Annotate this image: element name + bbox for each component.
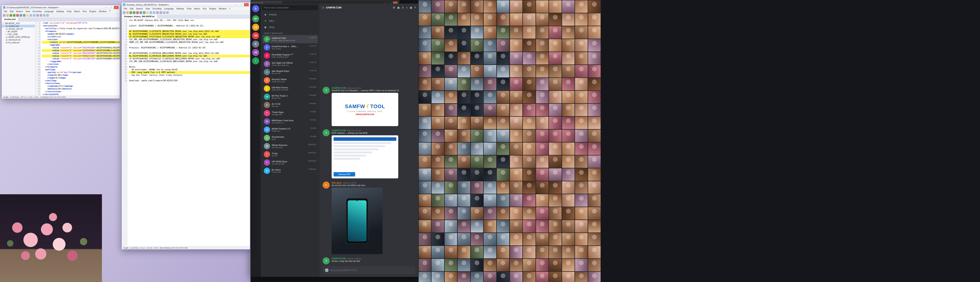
tree-item-version-old-xml[interactable]: ▤version_old.xml xyxy=(2,27,35,30)
photo-thumbnail[interactable] xyxy=(588,207,601,220)
dm-item[interactable]: TTrungok anh19/08/2023 xyxy=(262,150,318,158)
cut-icon[interactable] xyxy=(20,14,22,17)
photo-thumbnail[interactable] xyxy=(458,13,470,26)
tree-item-a525f-eur-open-pit[interactable]: ▤A525F_EUR_OPEN.pit xyxy=(2,36,35,38)
photo-thumbnail[interactable] xyxy=(431,181,444,194)
photo-thumbnail[interactable] xyxy=(497,259,509,271)
photo-thumbnail[interactable] xyxy=(588,143,601,155)
photo-thumbnail[interactable] xyxy=(471,65,483,78)
photo-thumbnail[interactable] xyxy=(431,65,444,78)
photo-thumbnail[interactable] xyxy=(484,65,496,78)
photo-thumbnail[interactable] xyxy=(510,117,522,129)
find-icon[interactable] xyxy=(36,14,39,17)
photo-thumbnail[interactable] xyxy=(562,143,574,155)
photo-thumbnail[interactable] xyxy=(431,220,444,233)
photo-thumbnail[interactable] xyxy=(575,130,587,142)
photo-thumbnail[interactable] xyxy=(562,246,574,258)
photo-thumbnail[interactable] xyxy=(458,26,470,39)
tree-item-ap-a525f[interactable]: ▸AP_A525F xyxy=(2,30,35,33)
photo-thumbnail[interactable] xyxy=(497,26,509,39)
np2-menu-edit[interactable]: Edit xyxy=(129,7,135,10)
photo-thumbnail[interactable] xyxy=(458,246,470,258)
photo-thumbnail[interactable] xyxy=(458,259,470,271)
photo-thumbnail[interactable] xyxy=(458,155,470,168)
photo-thumbnail[interactable] xyxy=(510,207,522,220)
photo-thumbnail[interactable] xyxy=(471,233,483,246)
photo-thumbnail[interactable] xyxy=(418,233,431,246)
np1-titlebar[interactable]: D:\Samsung\SM-A525F_XXV\version.xml - No… xyxy=(2,5,120,10)
photo-thumbnail[interactable] xyxy=(536,168,549,181)
photo-thumbnail[interactable] xyxy=(484,143,496,155)
np2-menu-view[interactable]: View xyxy=(144,7,151,10)
np2-menu-tools[interactable]: Tools xyxy=(185,7,193,10)
close-icon[interactable] xyxy=(136,11,139,14)
photo-thumbnail[interactable] xyxy=(471,194,483,207)
photo-thumbnail[interactable] xyxy=(575,194,587,207)
zoom-out-icon[interactable] xyxy=(46,14,49,17)
photo-thumbnail[interactable] xyxy=(418,220,431,233)
photo-thumbnail[interactable] xyxy=(484,194,496,207)
photo-thumbnail[interactable] xyxy=(536,194,549,207)
photo-thumbnail[interactable] xyxy=(510,0,522,13)
save-icon[interactable] xyxy=(10,14,12,17)
photo-thumbnail[interactable] xyxy=(549,155,562,168)
dm-item[interactable]: SSAMFW.COMok bro, xong nho bao lai nhe12… xyxy=(262,35,318,43)
photo-thumbnail[interactable] xyxy=(575,13,587,26)
photo-thumbnail[interactable] xyxy=(471,52,483,65)
photo-thumbnail[interactable] xyxy=(523,194,535,207)
dm-item[interactable]: BBư Storeib zalo nhé17/08/2023 xyxy=(262,167,318,175)
server-icon-+[interactable]: + xyxy=(252,57,259,65)
photo-thumbnail[interactable] xyxy=(458,194,470,207)
photo-thumbnail[interactable] xyxy=(588,104,601,116)
photo-thumbnail[interactable] xyxy=(471,104,483,116)
photo-thumbnail[interactable] xyxy=(445,130,457,142)
photo-thumbnail[interactable] xyxy=(562,0,574,13)
photo-thumbnail[interactable] xyxy=(497,0,509,13)
dm-item[interactable]: EEmail/Text Now 1 - Offici…You: ok bro12… xyxy=(262,43,318,52)
photo-thumbnail[interactable] xyxy=(445,155,457,168)
photo-thumbnail[interactable] xyxy=(471,130,483,142)
photo-thumbnail[interactable] xyxy=(431,207,444,220)
photo-thumbnail[interactable] xyxy=(458,130,470,142)
replace-icon[interactable] xyxy=(40,14,42,17)
video-call-icon[interactable]: ▣ xyxy=(397,6,399,9)
photo-thumbnail[interactable] xyxy=(431,39,444,52)
photo-thumbnail[interactable] xyxy=(484,104,496,116)
photo-thumbnail[interactable] xyxy=(445,220,457,233)
photo-thumbnail[interactable] xyxy=(523,259,535,271)
photo-thumbnail[interactable] xyxy=(562,39,574,52)
photo-thumbnail[interactable] xyxy=(458,65,470,78)
photo-thumbnail[interactable] xyxy=(497,207,509,220)
photo-thumbnail[interactable] xyxy=(536,13,549,26)
dm-item[interactable]: MMilkShake Crack Asianew build v2.1Tuesd… xyxy=(262,117,318,125)
photo-thumbnail[interactable] xyxy=(484,155,496,168)
np2-menu-settings[interactable]: Settings xyxy=(175,7,185,10)
photo-thumbnail[interactable] xyxy=(549,39,562,52)
dm-item[interactable]: GGift Nitro Promoclaim trước 12h nhéYest… xyxy=(262,84,318,93)
photo-thumbnail[interactable] xyxy=(536,259,549,271)
photo-thumbnail[interactable] xyxy=(431,259,444,271)
photo-thumbnail[interactable] xyxy=(458,117,470,129)
photo-thumbnail[interactable] xyxy=(484,91,496,103)
photo-thumbnail[interactable] xyxy=(484,0,496,13)
photo-thumbnail[interactable] xyxy=(523,143,535,155)
photo-thumbnail[interactable] xyxy=(562,220,574,233)
photo-thumbnail[interactable] xyxy=(458,91,470,103)
photo-thumbnail[interactable] xyxy=(588,39,601,52)
photo-thumbnail[interactable] xyxy=(431,233,444,246)
np1-menu-run[interactable]: Run xyxy=(81,10,88,13)
tree-item-fw-notes-txt[interactable]: ▤fw_notes.txt xyxy=(2,41,35,44)
photo-thumbnail[interactable] xyxy=(549,104,562,116)
photo-thumbnail[interactable] xyxy=(536,39,549,52)
photo-thumbnail[interactable] xyxy=(497,233,509,246)
photo-thumbnail[interactable] xyxy=(536,104,549,116)
photo-thumbnail[interactable] xyxy=(418,272,431,282)
photo-thumbnail[interactable] xyxy=(510,233,522,246)
photo-thumbnail[interactable] xyxy=(471,168,483,181)
photo-thumbnail[interactable] xyxy=(497,220,509,233)
photo-thumbnail[interactable] xyxy=(510,220,522,233)
photo-thumbnail[interactable] xyxy=(575,117,587,129)
zoom-in-icon[interactable] xyxy=(43,14,46,17)
photo-thumbnail[interactable] xyxy=(562,104,574,116)
discord-message-input[interactable]: + Message @SAMFW.COM xyxy=(323,266,415,274)
